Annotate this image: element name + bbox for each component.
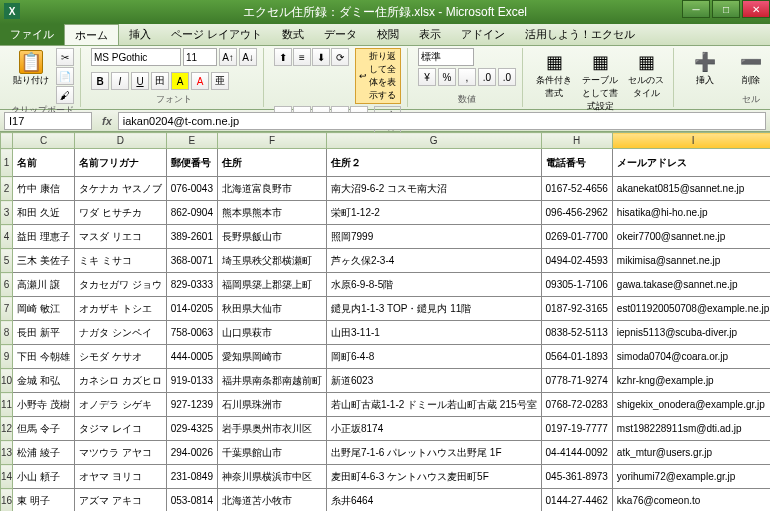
percent-button[interactable]: % bbox=[438, 68, 456, 86]
cell[interactable]: 758-0063 bbox=[166, 321, 217, 345]
cell[interactable]: 0564-01-1893 bbox=[541, 345, 612, 369]
cell[interactable]: 麦田町4-6-3 ケントハウス麦田町5F bbox=[326, 465, 541, 489]
col-header-D[interactable]: D bbox=[74, 133, 166, 149]
decrease-decimal-button[interactable]: .0 bbox=[498, 68, 516, 86]
cell[interactable]: mst198228911sm@dti.ad.jp bbox=[612, 417, 770, 441]
cell[interactable]: タケナカ ヤスノブ bbox=[74, 177, 166, 201]
cell[interactable]: 福岡県築上郡築上町 bbox=[217, 273, 326, 297]
row-header[interactable]: 5 bbox=[1, 249, 13, 273]
cell[interactable]: 和田 久近 bbox=[13, 201, 75, 225]
font-name-select[interactable] bbox=[91, 48, 181, 66]
format-table-button[interactable]: ▦テーブルとして書式設定 bbox=[579, 48, 621, 115]
tab-formulas[interactable]: 数式 bbox=[272, 24, 314, 45]
copy-button[interactable]: 📄 bbox=[56, 67, 74, 85]
cell[interactable]: 岡町6-4-8 bbox=[326, 345, 541, 369]
wrap-text-button[interactable]: ↩折り返して全体を表示する bbox=[355, 48, 401, 104]
cell[interactable]: 231-0849 bbox=[166, 465, 217, 489]
phonetic-button[interactable]: 亜 bbox=[211, 72, 229, 90]
tab-file[interactable]: ファイル bbox=[0, 24, 64, 45]
align-bottom-button[interactable]: ⬇ bbox=[312, 48, 330, 66]
close-button[interactable]: ✕ bbox=[742, 0, 770, 18]
tab-data[interactable]: データ bbox=[314, 24, 367, 45]
cell[interactable]: 水原6-9-8-5階 bbox=[326, 273, 541, 297]
cell[interactable]: 福井県南条郡南越前町 bbox=[217, 369, 326, 393]
cell[interactable]: 住所 bbox=[217, 149, 326, 177]
cell[interactable]: 山田3-11-1 bbox=[326, 321, 541, 345]
format-painter-button[interactable]: 🖌 bbox=[56, 86, 74, 104]
increase-font-button[interactable]: A↑ bbox=[219, 48, 237, 66]
tab-home[interactable]: ホーム bbox=[64, 24, 119, 45]
cell[interactable]: 0197-19-7777 bbox=[541, 417, 612, 441]
name-box[interactable] bbox=[4, 112, 92, 130]
cell[interactable]: iepnis5113@scuba-diver.jp bbox=[612, 321, 770, 345]
paste-button[interactable]: 📋 貼り付け bbox=[10, 48, 52, 89]
italic-button[interactable]: I bbox=[111, 72, 129, 90]
maximize-button[interactable]: □ bbox=[712, 0, 740, 18]
cell[interactable]: 0167-52-4656 bbox=[541, 177, 612, 201]
cell[interactable]: 0778-71-9274 bbox=[541, 369, 612, 393]
cell[interactable]: 下田 今朝雄 bbox=[13, 345, 75, 369]
cell[interactable]: 電話番号 bbox=[541, 149, 612, 177]
tab-use[interactable]: 活用しよう！エクセル bbox=[515, 24, 645, 45]
cell[interactable]: 岩手県奥州市衣川区 bbox=[217, 417, 326, 441]
cell[interactable]: 但馬 令子 bbox=[13, 417, 75, 441]
cell[interactable]: 045-361-8973 bbox=[541, 465, 612, 489]
comma-button[interactable]: , bbox=[458, 68, 476, 86]
cell[interactable]: 郵便番号 bbox=[166, 149, 217, 177]
cell[interactable]: 0187-92-3165 bbox=[541, 297, 612, 321]
cell[interactable]: ミキ ミサコ bbox=[74, 249, 166, 273]
cell[interactable]: 山口県萩市 bbox=[217, 321, 326, 345]
number-format-select[interactable] bbox=[418, 48, 474, 66]
cell[interactable]: 小正坂8174 bbox=[326, 417, 541, 441]
cell[interactable]: 南大沼9-6-2 コスモ南大沼 bbox=[326, 177, 541, 201]
cell[interactable]: 金城 和弘 bbox=[13, 369, 75, 393]
cell[interactable]: 0768-72-0283 bbox=[541, 393, 612, 417]
cell[interactable]: 出野尾7-1-6 パレットハウス出野尾 1F bbox=[326, 441, 541, 465]
cell[interactable]: 糸井6464 bbox=[326, 489, 541, 512]
cell[interactable]: 389-2601 bbox=[166, 225, 217, 249]
cell[interactable]: 096-456-2962 bbox=[541, 201, 612, 225]
cell[interactable]: オヤマ ヨリコ bbox=[74, 465, 166, 489]
fill-color-button[interactable]: A bbox=[171, 72, 189, 90]
cell[interactable]: okeir7700@sannet.ne.jp bbox=[612, 225, 770, 249]
row-header[interactable]: 13 bbox=[1, 441, 13, 465]
cut-button[interactable]: ✂ bbox=[56, 48, 74, 66]
cell[interactable]: 住所２ bbox=[326, 149, 541, 177]
row-header[interactable]: 16 bbox=[1, 489, 13, 512]
tab-pagelayout[interactable]: ページ レイアウト bbox=[161, 24, 272, 45]
cell[interactable]: 029-4325 bbox=[166, 417, 217, 441]
cell[interactable]: 長田 新平 bbox=[13, 321, 75, 345]
cell[interactable]: 0838-52-5113 bbox=[541, 321, 612, 345]
font-size-select[interactable] bbox=[183, 48, 217, 66]
col-header-I[interactable]: I bbox=[612, 133, 770, 149]
cell[interactable]: 北海道富良野市 bbox=[217, 177, 326, 201]
border-button[interactable]: 田 bbox=[151, 72, 169, 90]
cell[interactable]: 444-0005 bbox=[166, 345, 217, 369]
cell[interactable]: 0269-01-7700 bbox=[541, 225, 612, 249]
cell[interactable]: 北海道苫小牧市 bbox=[217, 489, 326, 512]
conditional-format-button[interactable]: ▦条件付き書式 bbox=[533, 48, 575, 102]
cell[interactable]: 小山 頼子 bbox=[13, 465, 75, 489]
col-header-E[interactable]: E bbox=[166, 133, 217, 149]
row-header[interactable]: 11 bbox=[1, 393, 13, 417]
tab-review[interactable]: 校閲 bbox=[367, 24, 409, 45]
cell[interactable]: mikimisa@sannet.ne.jp bbox=[612, 249, 770, 273]
font-color-button[interactable]: A bbox=[191, 72, 209, 90]
cell[interactable]: 照岡7999 bbox=[326, 225, 541, 249]
increase-decimal-button[interactable]: .0 bbox=[478, 68, 496, 86]
cell[interactable]: 0494-02-4593 bbox=[541, 249, 612, 273]
cell[interactable]: 小野寺 茂樹 bbox=[13, 393, 75, 417]
row-header[interactable]: 10 bbox=[1, 369, 13, 393]
row-header[interactable]: 6 bbox=[1, 273, 13, 297]
cell[interactable]: 919-0133 bbox=[166, 369, 217, 393]
cell[interactable]: 益田 理恵子 bbox=[13, 225, 75, 249]
cell[interactable]: 368-0071 bbox=[166, 249, 217, 273]
minimize-button[interactable]: ─ bbox=[682, 0, 710, 18]
cell[interactable]: est011920050708@example.ne.jp bbox=[612, 297, 770, 321]
cell[interactable]: simoda0704@coara.or.jp bbox=[612, 345, 770, 369]
cell[interactable]: gawa.takase@sannet.ne.jp bbox=[612, 273, 770, 297]
underline-button[interactable]: U bbox=[131, 72, 149, 90]
insert-cells-button[interactable]: ➕挿入 bbox=[684, 48, 726, 89]
row-header[interactable]: 14 bbox=[1, 465, 13, 489]
cell[interactable]: 829-0333 bbox=[166, 273, 217, 297]
